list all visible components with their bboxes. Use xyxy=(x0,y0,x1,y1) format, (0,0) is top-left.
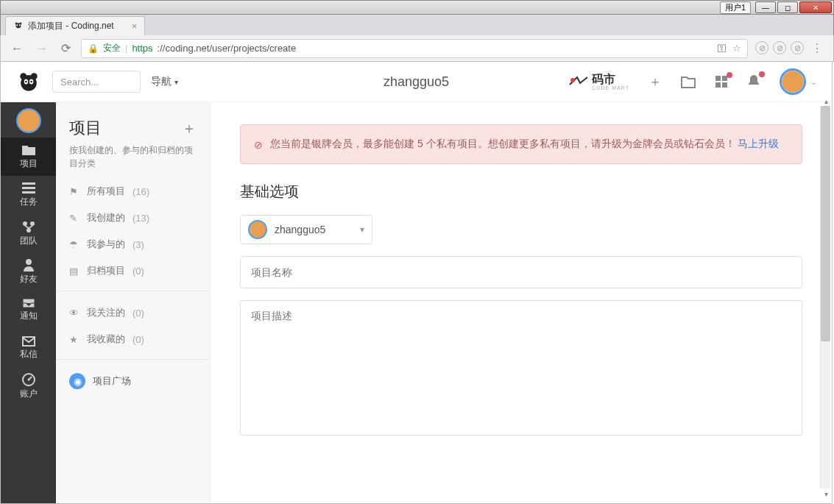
project-name-input[interactable] xyxy=(241,257,802,288)
window-user-tag: 用户1 xyxy=(720,1,751,14)
star-icon: ★ xyxy=(69,334,79,345)
section-title: 基础选项 xyxy=(240,182,802,202)
owner-name: zhangguo5 xyxy=(275,224,325,235)
window-titlebar: 用户1 — ◻ ✕ xyxy=(0,0,834,15)
sidebar-item-watch[interactable]: 👁 我关注的 (0) xyxy=(69,306,197,319)
ext-icon-3[interactable]: ⊘ xyxy=(791,41,804,54)
left-rail: 项目 任务 团队 好友 通知 私信 账户 xyxy=(1,102,56,503)
window-maximize-button[interactable]: ◻ xyxy=(777,1,798,13)
scrollbar-down-icon[interactable]: ▾ xyxy=(821,489,831,499)
ext-icon-2[interactable]: ⊘ xyxy=(773,41,786,54)
browser-tab[interactable]: 添加项目 - Coding.net × xyxy=(5,16,145,35)
sidebar-item-label: 我收藏的 xyxy=(87,333,125,346)
sidebar-item-count: (0) xyxy=(132,308,144,319)
sidebar-item-joined[interactable]: ☂ 我参与的 (3) xyxy=(69,238,197,251)
vertical-scrollbar[interactable]: ▴ ▾ xyxy=(820,106,830,489)
window-close-button[interactable]: ✕ xyxy=(799,1,832,13)
folder-icon xyxy=(21,144,36,156)
add-icon[interactable]: ＋ xyxy=(649,73,662,90)
coding-logo-icon[interactable] xyxy=(15,68,42,95)
ext-icon-1[interactable]: ⊘ xyxy=(755,41,768,54)
sidebar-separator xyxy=(56,359,210,360)
sidebar-item-star[interactable]: ★ 我收藏的 (0) xyxy=(69,333,197,346)
scrollbar-up-icon[interactable]: ▴ xyxy=(821,96,831,106)
svg-point-3 xyxy=(15,22,18,24)
svg-rect-15 xyxy=(715,82,721,88)
sidebar-title-row: 项目 ＋ xyxy=(69,117,197,139)
upgrade-link[interactable]: 马上升级 xyxy=(738,138,779,149)
add-project-button[interactable]: ＋ xyxy=(182,118,197,138)
user-avatar[interactable] xyxy=(780,68,806,95)
tab-title: 添加项目 - Coding.net xyxy=(28,20,114,32)
alert-icon: ⊘ xyxy=(254,137,263,153)
rail-item-notice[interactable]: 通知 xyxy=(1,291,56,329)
svg-rect-17 xyxy=(22,182,35,185)
sidebar-item-archive[interactable]: ▤ 归档项目 (0) xyxy=(69,264,197,277)
url-path: ://coding.net/user/projects/create xyxy=(158,43,297,54)
window-minimize-button[interactable]: — xyxy=(755,1,776,13)
mashi-link[interactable]: 码市 CODE MART xyxy=(567,73,629,90)
upgrade-alert: ⊘ 您当前是银牌会员，最多能创建 5 个私有项目。想创建更多私有项目，请升级为金… xyxy=(240,124,802,164)
sidebar-item-created[interactable]: ✎ 我创建的 (13) xyxy=(69,211,197,224)
favicon-icon xyxy=(13,21,24,32)
project-icon[interactable] xyxy=(681,75,696,88)
page-title: zhangguo5 xyxy=(384,74,449,90)
nav-dropdown[interactable]: 导航 ▾ xyxy=(151,75,178,88)
caret-down-icon: ▾ xyxy=(174,78,178,86)
group-icon xyxy=(21,220,36,233)
rail-label: 私信 xyxy=(20,348,38,361)
svg-point-7 xyxy=(31,73,38,79)
url-protocol: https xyxy=(132,43,152,54)
search-input[interactable]: Search... xyxy=(52,71,141,93)
sidebar-item-label: 我创建的 xyxy=(87,211,125,224)
svg-point-23 xyxy=(26,259,32,265)
mashi-label: 码市 xyxy=(592,74,629,85)
address-bar[interactable]: 🔒 安全 | https://coding.net/user/projects/… xyxy=(81,39,748,58)
rail-item-friend[interactable]: 好友 xyxy=(1,252,56,291)
sidebar-subtitle: 按我创建的、参与的和归档的项目分类 xyxy=(69,143,197,170)
archive-icon: ▤ xyxy=(69,266,79,277)
rail-item-task[interactable]: 任务 xyxy=(1,176,56,214)
secure-label: 安全 xyxy=(103,42,121,54)
forward-button[interactable]: → xyxy=(33,39,51,58)
rail-avatar[interactable] xyxy=(16,108,41,133)
key-icon[interactable]: ⚿ xyxy=(717,43,727,54)
user-menu-caret-icon[interactable]: ⌄ xyxy=(810,77,817,87)
flag-icon: ⚑ xyxy=(69,186,79,197)
svg-rect-18 xyxy=(22,187,35,189)
sidebar-item-label: 我关注的 xyxy=(87,306,125,319)
tab-close-icon[interactable]: × xyxy=(132,21,137,32)
project-name-field xyxy=(240,256,802,288)
scrollbar-thumb[interactable] xyxy=(821,106,830,341)
svg-point-6 xyxy=(20,73,26,79)
chrome-menu-icon[interactable]: ⋮ xyxy=(808,41,826,55)
rail-item-project[interactable]: 项目 xyxy=(1,138,56,176)
sidebar-item-all[interactable]: ⚑ 所有项目 (16) xyxy=(69,185,197,198)
rail-item-team[interactable]: 团队 xyxy=(1,214,56,252)
rail-label: 账户 xyxy=(20,388,38,400)
project-plaza-link[interactable]: ◉ 项目广场 xyxy=(69,373,197,389)
owner-dropdown[interactable]: zhangguo5 ▾ xyxy=(240,215,372,244)
sidebar-item-label: 归档项目 xyxy=(87,264,125,277)
user-icon xyxy=(23,258,35,271)
rail-label: 通知 xyxy=(20,310,38,322)
sidebar-item-count: (3) xyxy=(132,239,144,250)
reload-button[interactable]: ⟳ xyxy=(58,38,74,58)
rail-label: 项目 xyxy=(20,157,38,170)
eye-icon: 👁 xyxy=(69,308,79,319)
nav-dropdown-label: 导航 xyxy=(151,75,172,88)
rail-item-account[interactable]: 账户 xyxy=(1,367,56,405)
svg-point-1 xyxy=(16,24,18,26)
search-placeholder: Search... xyxy=(60,77,99,88)
sidebar-item-count: (16) xyxy=(132,186,149,197)
svg-point-11 xyxy=(30,81,32,83)
main-content: ⊘ 您当前是银牌会员，最多能创建 5 个私有项目。想创建更多私有项目，请升级为金… xyxy=(211,102,832,503)
rail-item-message[interactable]: 私信 xyxy=(1,329,56,367)
task-icon[interactable] xyxy=(715,75,728,88)
sidebar-separator xyxy=(56,291,210,291)
bookmark-star-icon[interactable]: ☆ xyxy=(732,43,741,54)
mail-icon xyxy=(22,336,35,347)
project-desc-textarea[interactable] xyxy=(241,301,802,432)
back-button[interactable]: ← xyxy=(8,39,26,58)
bell-icon[interactable] xyxy=(747,74,760,89)
